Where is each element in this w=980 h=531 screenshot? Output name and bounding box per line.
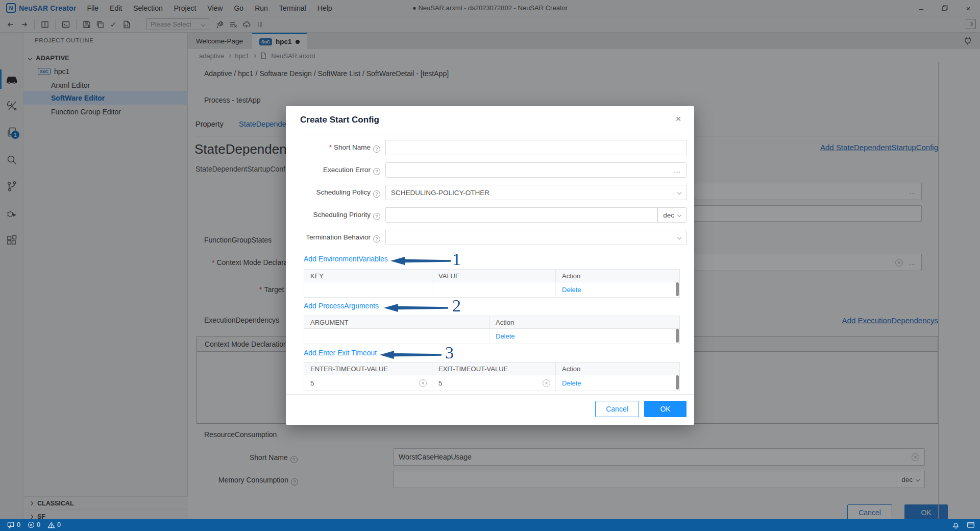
unit-addon[interactable]: dec — [657, 208, 686, 222]
app-window: N NeuSAR Creator File Edit Selection Pro… — [0, 0, 980, 531]
scheduling-priority-label: Scheduling Priority? — [296, 207, 380, 223]
col-exit-timeout: EXIT-TIMEOUT-VALUE — [432, 363, 556, 375]
chevron-down-icon — [677, 235, 681, 239]
add-process-arguments-link[interactable]: Add ProcessArguments — [304, 302, 379, 310]
col-value: VALUE — [432, 270, 556, 282]
scheduling-policy-select[interactable]: SCHEDULING-POLICY-OTHER — [385, 185, 687, 200]
enter-timeout-value: 5 — [310, 379, 314, 387]
help-icon[interactable]: ? — [373, 213, 380, 220]
ellipsis-button[interactable]: ... — [674, 166, 681, 174]
process-arguments-table: ARGUMENT Action Delete — [304, 316, 680, 344]
environment-variables-table: KEY VALUE Action Delete — [304, 269, 680, 298]
add-enter-exit-timeout-link[interactable]: Add Enter Exit Timeout — [304, 349, 377, 357]
annotation-arrow-3 — [379, 350, 443, 360]
warnings-status[interactable]: 0 — [47, 521, 61, 529]
scheduling-policy-label: Scheduling Policy? — [296, 185, 380, 200]
col-enter-timeout: ENTER-TIMEOUT-VALUE — [304, 363, 432, 375]
warning-icon — [47, 521, 55, 529]
table-row: 5 × 5 × Delete — [304, 375, 679, 391]
termination-behavior-select[interactable] — [385, 230, 687, 245]
clear-icon[interactable]: × — [543, 379, 550, 387]
dialog-title: Create Start Config — [300, 115, 379, 125]
scheduling-priority-field[interactable]: dec — [385, 207, 687, 223]
help-icon[interactable]: ? — [373, 190, 380, 198]
chevron-down-icon — [677, 190, 681, 195]
short-name-field[interactable] — [385, 140, 687, 155]
execution-error-field[interactable]: ... — [385, 162, 687, 178]
create-start-config-dialog: Create Start Config × *Short Name? Execu… — [286, 106, 694, 425]
enter-exit-timeout-table: ENTER-TIMEOUT-VALUE EXIT-TIMEOUT-VALUE A… — [304, 362, 680, 391]
execution-error-input[interactable] — [391, 166, 674, 174]
delete-link[interactable]: Delete — [562, 286, 581, 294]
error-icon — [28, 521, 35, 528]
execution-error-label: Execution Error? — [296, 162, 380, 178]
annotation-arrow-2 — [383, 303, 449, 313]
chevron-down-icon — [677, 213, 681, 217]
required-asterisk: * — [329, 143, 332, 151]
feedback-status[interactable]: 0 — [7, 521, 20, 529]
feedback-count: 0 — [17, 521, 20, 528]
status-bar: 0 0 0 — [0, 519, 980, 531]
annotation-arrow-1 — [389, 256, 452, 266]
panel-layout-icon[interactable] — [967, 521, 975, 529]
close-icon[interactable]: × — [672, 112, 685, 126]
help-icon[interactable]: ? — [373, 146, 380, 153]
warnings-count: 0 — [57, 521, 61, 528]
annotation-number-1: 1 — [452, 250, 461, 269]
scrollbar-thumb[interactable] — [676, 329, 679, 343]
short-name-input[interactable] — [391, 144, 681, 152]
comment-icon — [7, 521, 15, 529]
errors-count: 0 — [37, 521, 40, 528]
table-header-row: ENTER-TIMEOUT-VALUE EXIT-TIMEOUT-VALUE A… — [304, 363, 679, 375]
table-header-row: ARGUMENT Action — [304, 316, 679, 329]
add-environment-variables-link[interactable]: Add EnvironmentVariables — [304, 255, 388, 263]
short-name-label: *Short Name? — [296, 140, 380, 155]
enter-timeout-cell[interactable]: 5 × — [304, 375, 432, 391]
errors-status[interactable]: 0 — [28, 521, 40, 528]
clear-icon[interactable]: × — [419, 379, 427, 387]
dialog-cancel-label: Cancel — [606, 405, 628, 413]
delete-link[interactable]: Delete — [496, 332, 515, 340]
argument-cell[interactable] — [304, 329, 489, 344]
col-action: Action — [556, 270, 679, 282]
help-icon[interactable]: ? — [373, 235, 380, 243]
col-key: KEY — [304, 270, 432, 282]
scheduling-priority-input[interactable] — [386, 211, 657, 219]
col-action: Action — [489, 316, 679, 328]
table-header-row: KEY VALUE Action — [304, 270, 679, 282]
delete-link[interactable]: Delete — [562, 379, 581, 387]
annotation-number-3: 3 — [445, 343, 454, 363]
table-row: Delete — [304, 282, 679, 297]
key-cell[interactable] — [304, 282, 432, 297]
termination-behavior-label: Termination Behavior? — [296, 230, 380, 245]
unit-dec-label: dec — [663, 211, 674, 219]
dialog-ok-label: OK — [660, 405, 670, 413]
help-icon[interactable]: ? — [373, 168, 380, 175]
dialog-ok-button[interactable]: OK — [644, 401, 687, 417]
divider — [300, 134, 680, 134]
divider — [286, 394, 694, 395]
scrollbar-thumb[interactable] — [676, 375, 679, 390]
bell-icon[interactable] — [952, 521, 960, 529]
scheduling-policy-value: SCHEDULING-POLICY-OTHER — [391, 189, 489, 197]
value-cell[interactable] — [432, 282, 556, 297]
col-argument: ARGUMENT — [304, 316, 489, 328]
col-action: Action — [556, 363, 679, 375]
exit-timeout-value: 5 — [438, 379, 442, 387]
table-row: Delete — [304, 329, 679, 344]
annotation-number-2: 2 — [452, 296, 461, 316]
dialog-cancel-button[interactable]: Cancel — [595, 401, 639, 417]
scrollbar-thumb[interactable] — [676, 282, 679, 296]
exit-timeout-cell[interactable]: 5 × — [432, 375, 556, 391]
